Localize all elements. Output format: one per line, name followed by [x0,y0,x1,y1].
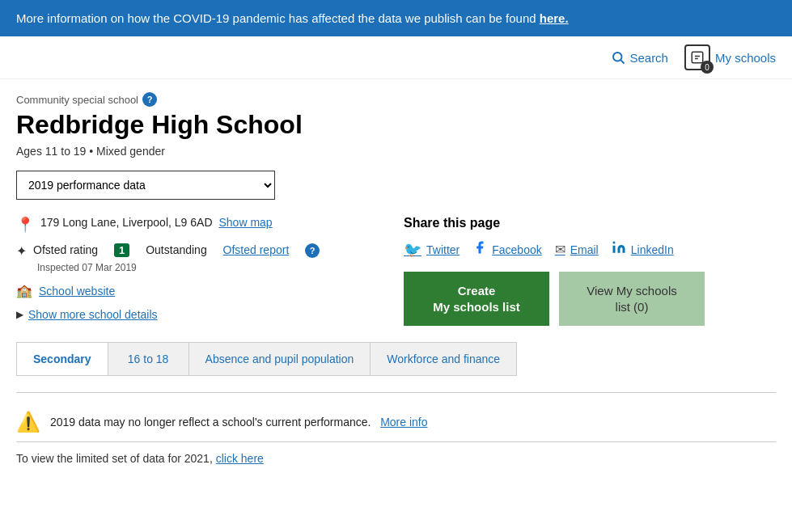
tab-secondary-label: Secondary [33,353,91,365]
more-info-link[interactable]: More info [380,416,427,429]
address-text: 179 Long Lane, Liverpool, L9 6AD [40,216,213,229]
school-type-row: Community special school ? [16,92,776,107]
twitter-share-button[interactable]: 🐦 Twitter [404,240,460,259]
ofsted-star-icon: ✦ [16,243,27,259]
tab-workforce[interactable]: Workforce and finance [371,343,516,375]
show-map-link[interactable]: Show map [219,216,273,229]
page-content: Community special school ? Redbridge Hig… [0,79,792,478]
warning-icon: ⚠️ [16,411,40,433]
search-link[interactable]: Search [611,50,668,65]
tab-absence[interactable]: Absence and pupil population [189,343,371,375]
create-line2: My schools list [433,300,520,314]
create-line1: Create [458,284,496,298]
tabs-container: Secondary 16 to 18 Absence and pupil pop… [16,342,517,376]
school-building-icon: 🏫 [16,283,32,298]
school-ages: Ages 11 to 19 [16,145,86,158]
covid-banner-link[interactable]: here. [540,11,569,25]
myschools-link[interactable]: 0 My schools [684,44,776,70]
click-here-text: To view the limited set of data for 2021… [16,452,776,465]
ofsted-label: Ofsted rating [33,243,98,256]
school-type-help-icon[interactable]: ? [142,92,157,107]
facebook-share-button[interactable]: Facebook [472,240,541,259]
tab-absence-label: Absence and pupil population [205,353,354,365]
more-details-row[interactable]: ▶ Show more school details [16,308,371,321]
svg-rect-2 [692,52,703,63]
view-myschools-button[interactable]: View My schools list (0) [559,272,705,326]
facebook-label: Facebook [492,243,541,256]
linkedin-label: LinkedIn [631,243,674,256]
year-select[interactable]: 2019 performance data 2018 performance d… [16,171,275,200]
ofsted-report-link[interactable]: Ofsted report [223,243,290,256]
linkedin-share-button[interactable]: LinkedIn [612,240,674,259]
myschools-label: My schools [715,51,776,65]
covid-banner: More information on how the COVID-19 pan… [0,0,792,36]
share-heading: Share this page [404,216,776,230]
click-here-link[interactable]: click here [216,452,264,465]
twitter-icon: 🐦 [404,241,421,259]
tab-16to18-label: 16 to 18 [128,353,169,365]
email-label: Email [570,243,599,256]
meta-separator: • [89,145,96,158]
myschools-icon: 0 [684,44,710,70]
tab-workforce-label: Workforce and finance [387,353,500,365]
warning-message: 2019 data may no longer reflect a school… [50,416,371,429]
school-meta: Ages 11 to 19 • Mixed gender [16,145,776,158]
email-icon: ✉ [555,242,565,257]
svg-point-3 [612,242,615,244]
search-label: Search [629,51,668,65]
info-left: 📍 179 Long Lane, Liverpool, L9 6AD Show … [16,216,371,326]
tab-16to18[interactable]: 16 to 18 [108,343,189,375]
school-title: Redbridge High School [16,110,776,140]
covid-banner-text: More information on how the COVID-19 pan… [16,11,540,25]
warning-banner: ⚠️ 2019 data may no longer reflect a sch… [16,403,776,442]
ofsted-row: ✦ Ofsted rating 1 Outstanding Ofsted rep… [16,243,371,259]
ofsted-help-icon[interactable]: ? [305,243,320,258]
ofsted-grade-text: Outstanding [146,243,207,256]
svg-point-0 [613,53,622,61]
school-gender: Mixed gender [96,145,165,158]
chevron-right-icon: ▶ [16,309,23,320]
info-right: Share this page 🐦 Twitter Facebook ✉ Ema… [404,216,776,326]
myschools-badge: 0 [701,61,714,74]
facebook-icon [472,240,487,259]
website-row: 🏫 School website [16,283,371,298]
linkedin-icon [612,240,626,259]
address-row: 📍 179 Long Lane, Liverpool, L9 6AD Show … [16,216,371,234]
show-more-details-link[interactable]: Show more school details [28,308,158,321]
location-icon: 📍 [16,216,34,234]
top-nav: Search 0 My schools [0,36,792,79]
email-share-button[interactable]: ✉ Email [555,240,599,259]
divider [16,392,776,393]
school-type-label: Community special school [16,94,138,106]
school-website-link[interactable]: School website [39,285,115,298]
tab-secondary[interactable]: Secondary [17,343,108,375]
svg-line-1 [621,60,625,63]
search-icon [611,50,625,65]
info-row: 📍 179 Long Lane, Liverpool, L9 6AD Show … [16,216,776,326]
twitter-label: Twitter [426,243,460,256]
warning-text: 2019 data may no longer reflect a school… [50,416,427,429]
cta-row: Create My schools list View My schools l… [404,272,776,326]
click-here-prefix: To view the limited set of data for 2021… [16,452,216,465]
inspected-text: Inspected 07 Mar 2019 [37,262,371,273]
ofsted-grade: 1 [114,243,129,257]
view-line2: list (0) [616,300,649,314]
create-myschools-button[interactable]: Create My schools list [404,272,549,326]
view-line1: View My schools [587,284,676,298]
share-buttons: 🐦 Twitter Facebook ✉ Email [404,240,776,259]
